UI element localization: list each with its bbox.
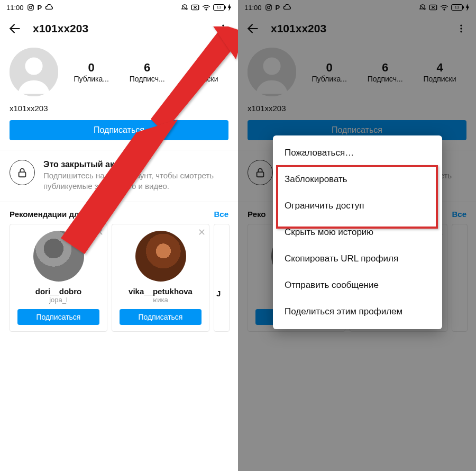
mute-icon	[419, 4, 426, 11]
mute-icon	[181, 4, 188, 11]
battery-icon: 13	[213, 4, 225, 11]
kebab-menu-button[interactable]	[451, 18, 472, 39]
svg-rect-14	[19, 172, 26, 177]
following-label: Подписки	[423, 75, 456, 83]
svg-point-29	[460, 31, 462, 32]
cloud-icon	[45, 4, 53, 11]
menu-item-restrict[interactable]: Ограничить доступ	[273, 193, 442, 219]
wifi-icon	[202, 4, 210, 11]
lock-icon	[248, 160, 273, 185]
status-bar: 11:00 P 13	[0, 0, 238, 15]
p-icon: P	[38, 4, 42, 12]
reco-subtitle: ʁика	[116, 296, 205, 304]
profile-avatar[interactable]	[248, 48, 296, 96]
header-username: x101xx203	[33, 22, 205, 35]
recommendations-row[interactable]: ✕ dori__dobro jopa_l Подписаться ✕ vika_…	[0, 224, 238, 340]
posts-stat[interactable]: 0 Публика...	[74, 61, 109, 83]
battery-icon: 13	[451, 4, 463, 11]
posts-count: 0	[312, 61, 347, 75]
svg-point-20	[270, 5, 270, 6]
p-icon: P	[276, 4, 280, 12]
followers-count: 6	[368, 61, 403, 75]
private-title: Это закрытый аккаунт	[43, 160, 228, 169]
status-time: 11:00	[6, 4, 24, 12]
status-bar: 11:00 P 13	[238, 0, 476, 15]
following-count: 4	[185, 61, 218, 75]
menu-item-send-message[interactable]: Отправить сообщение	[273, 272, 442, 298]
close-icon[interactable]: ✕	[198, 228, 206, 237]
kebab-menu-button[interactable]	[213, 18, 234, 39]
svg-point-31	[263, 57, 280, 75]
menu-item-share-profile[interactable]: Поделиться этим профилем	[273, 298, 442, 325]
posts-label: Публика...	[74, 75, 109, 83]
profile-row: 0 Публика... 6 Подписч... 4 Подписки	[238, 42, 476, 99]
following-count: 4	[423, 61, 456, 75]
reco-card[interactable]	[452, 224, 468, 332]
profile-row: 0 Публика... 6 Подписч... 4 Подписки	[0, 42, 238, 99]
recommendations-all-link[interactable]: Все	[214, 210, 228, 219]
status-time: 11:00	[244, 4, 262, 12]
screen-left: 11:00 P 13 x101xx203 0 Публика...	[0, 0, 238, 471]
recommendations-all-link[interactable]: Все	[452, 210, 466, 219]
charging-icon	[227, 4, 232, 11]
header-username: x101xx203	[271, 22, 443, 35]
followers-stat[interactable]: 6 Подписч...	[130, 61, 165, 83]
reco-avatar[interactable]	[33, 231, 84, 282]
svg-point-10	[222, 28, 224, 29]
private-desc: Подпишитесь на этот аккаунт, чтобы смотр…	[43, 170, 228, 192]
instagram-icon	[265, 4, 272, 11]
bottom-fade	[0, 429, 238, 471]
menu-item-report[interactable]: Пожаловаться…	[273, 140, 442, 166]
following-stat[interactable]: 4 Подписки	[185, 61, 218, 83]
svg-point-1	[29, 6, 32, 9]
close-icon[interactable]: ✕	[96, 228, 104, 237]
recommendations-header: Рекомендации для вас Все	[0, 202, 238, 224]
posts-label: Публика...	[312, 75, 347, 83]
reco-username: vika__petukhova	[116, 287, 205, 296]
lock-icon	[10, 160, 35, 185]
reco-follow-button[interactable]: Подписаться	[17, 309, 99, 325]
back-button[interactable]	[4, 18, 25, 39]
reco-username: J	[216, 289, 225, 298]
followers-stat[interactable]: 6 Подписч...	[368, 61, 403, 83]
reco-subtitle: jopa_l	[14, 296, 103, 304]
reco-card[interactable]: ✕ dori__dobro jopa_l Подписаться	[10, 224, 107, 332]
profile-avatar[interactable]	[10, 48, 58, 96]
reco-follow-button[interactable]: Подписаться	[120, 309, 202, 325]
svg-point-13	[25, 57, 42, 75]
reco-username: dori__dobro	[14, 287, 103, 296]
svg-point-25	[444, 9, 445, 10]
back-button[interactable]	[242, 18, 263, 39]
posts-stat[interactable]: 0 Публика...	[312, 61, 347, 83]
app-header: x101xx203	[0, 15, 238, 42]
menu-item-copy-url[interactable]: Скопировать URL профиля	[273, 246, 442, 272]
svg-point-9	[222, 25, 224, 26]
svg-point-7	[206, 9, 207, 10]
followers-label: Подписч...	[130, 75, 165, 83]
instagram-icon	[27, 4, 34, 11]
app-header: x101xx203	[238, 15, 476, 42]
following-stat[interactable]: 4 Подписки	[423, 61, 456, 83]
reco-card[interactable]: ✕ vika__petukhova ʁика Подписаться	[112, 224, 209, 332]
wifi-icon	[440, 4, 448, 11]
profile-name: x101xx203	[238, 99, 476, 120]
profile-name: x101xx203	[0, 99, 238, 120]
follow-button[interactable]: Подписаться	[10, 120, 228, 140]
menu-item-hide-story[interactable]: Скрыть мою историю	[273, 219, 442, 246]
reco-card[interactable]: J	[214, 224, 230, 332]
posts-count: 0	[74, 61, 109, 75]
reco-avatar[interactable]	[135, 231, 186, 282]
menu-item-block[interactable]: Заблокировать	[273, 166, 442, 193]
cloud-icon	[283, 4, 291, 11]
context-menu: Пожаловаться… Заблокировать Ограничить д…	[273, 135, 442, 329]
followers-count: 6	[130, 61, 165, 75]
close-box-icon	[429, 4, 437, 11]
svg-point-28	[460, 28, 462, 29]
charging-icon	[465, 4, 470, 11]
recommendations-title: Рекомендации для вас	[10, 210, 99, 219]
svg-point-11	[222, 31, 224, 32]
svg-point-19	[267, 6, 270, 9]
private-account-box: Это закрытый аккаунт Подпишитесь на этот…	[0, 150, 238, 202]
svg-point-2	[32, 5, 32, 6]
svg-rect-32	[257, 172, 264, 177]
